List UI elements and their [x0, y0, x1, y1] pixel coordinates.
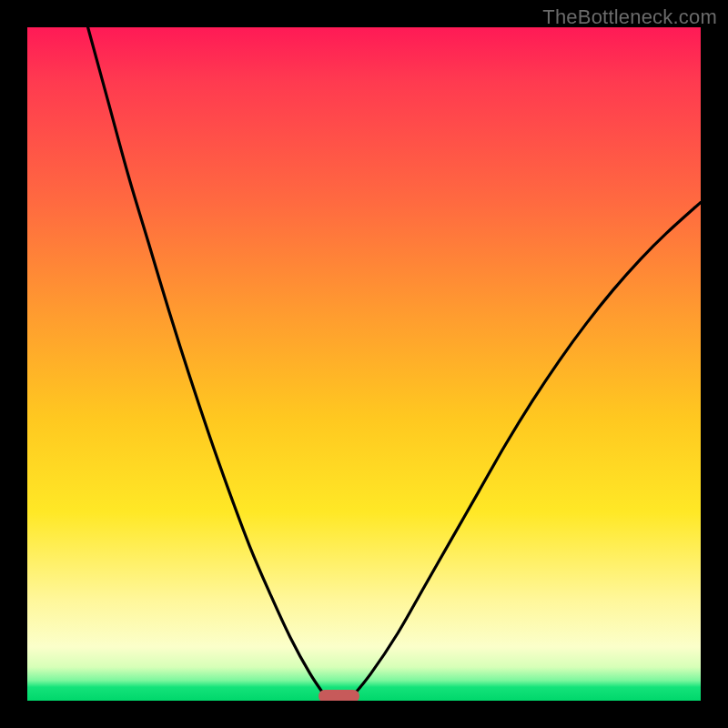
bottleneck-curve	[27, 27, 701, 701]
watermark-text: TheBottleneck.com	[542, 5, 717, 29]
bottleneck-marker	[318, 690, 359, 701]
outer-black-frame: TheBottleneck.com	[0, 0, 728, 728]
plot-area	[27, 27, 701, 701]
